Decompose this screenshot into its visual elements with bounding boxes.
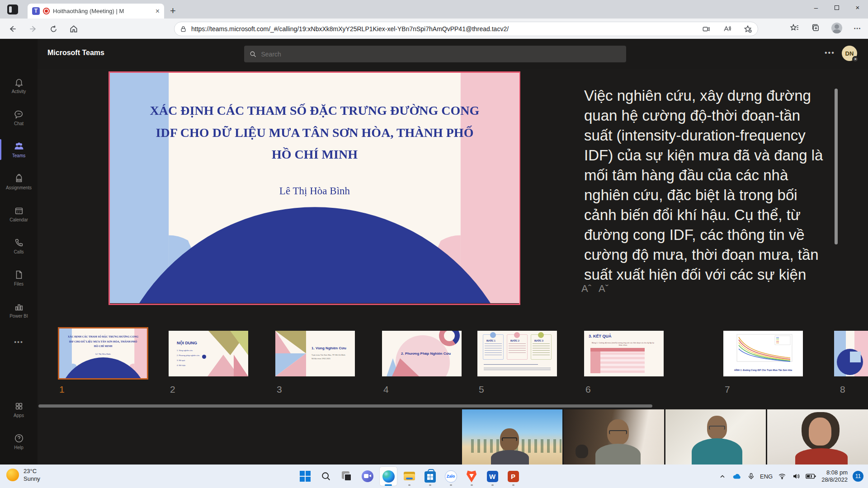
thumbnail-number: 8 bbox=[840, 384, 845, 395]
shared-slide[interactable]: XÁC ĐỊNH CÁC THAM SỐ ĐẶC TRƯNG ĐƯỜNG CON… bbox=[108, 71, 520, 305]
clock[interactable]: 8:08 pm 28/8/2022 bbox=[821, 469, 848, 483]
task-view-button[interactable] bbox=[338, 466, 356, 486]
sidebar-item-teams[interactable]: Teams bbox=[0, 136, 38, 163]
new-tab-button[interactable]: + bbox=[170, 5, 176, 17]
microphone-icon[interactable] bbox=[747, 472, 755, 481]
teams-more-icon[interactable]: ••• bbox=[825, 49, 835, 57]
battery-icon[interactable] bbox=[806, 472, 816, 480]
favorites-bar-icon[interactable] bbox=[790, 23, 799, 33]
caption-line: IDF) của sự kiện mưa đã và đang là bbox=[584, 145, 837, 165]
teams-search-bar[interactable] bbox=[244, 46, 626, 62]
sidebar-item-files[interactable]: Files bbox=[0, 265, 38, 291]
sidebar-item-powerbi[interactable]: Power BI bbox=[0, 297, 38, 323]
browser-toolbar: https://teams.microsoft.com/_#/calling/1… bbox=[0, 19, 868, 39]
brave-button[interactable] bbox=[462, 466, 481, 486]
participant-video-3[interactable] bbox=[665, 409, 766, 465]
thumb-title: 2. Phương Pháp Nghiên Cứu bbox=[401, 352, 451, 356]
sun-icon bbox=[6, 469, 19, 481]
teams-top-bar: Microsoft Teams ••• DN × bbox=[0, 39, 868, 69]
wifi-icon[interactable] bbox=[778, 472, 787, 480]
refresh-icon[interactable] bbox=[47, 23, 60, 35]
participant-video-1[interactable] bbox=[462, 409, 562, 465]
tab-close-icon[interactable]: × bbox=[156, 8, 160, 15]
word-button[interactable]: W bbox=[483, 466, 501, 486]
thumbnail-slide-6[interactable]: 3. KẾT QUẢ Bảng 1. Cường độ mưa (mm/h) t… bbox=[584, 331, 664, 376]
thumbnail-slide-8[interactable] bbox=[834, 331, 868, 376]
thumbnail-slide-1[interactable]: XÁC ĐỊNH CÁC THAM SỐ ĐẶC TRƯNG ĐƯỜNG CON… bbox=[58, 327, 148, 380]
close-button[interactable]: × bbox=[847, 0, 868, 15]
forward-icon[interactable] bbox=[27, 23, 39, 35]
tab-camera-icon[interactable] bbox=[702, 25, 711, 33]
system-tray: ENG 8:08 pm 28/8/2022 11 bbox=[718, 465, 863, 488]
file-explorer-button[interactable] bbox=[400, 466, 418, 486]
edge-button[interactable] bbox=[379, 466, 397, 486]
sidebar-item-help[interactable]: Help bbox=[0, 428, 38, 455]
zalo-button[interactable]: Zalo bbox=[442, 466, 460, 486]
filmstrip-scrollbar[interactable] bbox=[38, 404, 652, 408]
caption-scrollbar[interactable] bbox=[835, 89, 838, 244]
thumbnail-slide-2[interactable]: NỘI DUNG 1. Vùng nghiên cứu 2. Phương ph… bbox=[169, 331, 248, 376]
home-icon[interactable] bbox=[67, 23, 80, 35]
thumbnail-slide-7[interactable]: HÌNH 1. Đường Cong IDF Cho Trạm Mưa Tân … bbox=[723, 331, 803, 376]
sidebar-item-apps[interactable]: Apps bbox=[0, 396, 38, 422]
avatar-initials: DN bbox=[845, 50, 854, 57]
caption-line: suất xuất hiện đối với các sự kiện bbox=[584, 265, 837, 285]
favorite-add-icon[interactable] bbox=[743, 25, 752, 33]
taskbar-search-button[interactable] bbox=[317, 466, 335, 486]
teams-chat-button[interactable] bbox=[359, 466, 377, 486]
folder-icon bbox=[403, 470, 415, 482]
font-increase-button[interactable]: Aˆ bbox=[581, 283, 591, 295]
thumbnail-number: 6 bbox=[585, 384, 591, 395]
sidebar-item-assignments[interactable]: Assignments bbox=[0, 169, 38, 195]
caption-line: cảnh biến đổi khí hậu. Cụ thể, từ bbox=[584, 205, 837, 225]
sidebar-item-activity[interactable]: Activity bbox=[0, 72, 38, 99]
url-bar[interactable]: https://teams.microsoft.com/_#/calling/1… bbox=[174, 22, 758, 36]
backpack-icon bbox=[14, 174, 24, 183]
caption-line: mối tâm hàng đầu của các nhà bbox=[584, 165, 837, 185]
participant-video-4[interactable] bbox=[767, 409, 868, 465]
start-button[interactable] bbox=[296, 466, 314, 486]
browser-menu-icon[interactable]: ⋯ bbox=[854, 24, 862, 33]
back-icon[interactable] bbox=[6, 23, 19, 35]
maximize-button[interactable] bbox=[826, 0, 847, 15]
thumb-step: BƯỚC 3 bbox=[534, 339, 543, 342]
browser-profile-icon[interactable] bbox=[831, 23, 842, 33]
ms-store-button[interactable] bbox=[421, 466, 439, 486]
taskbar-apps: Zalo W P bbox=[296, 466, 522, 486]
store-icon bbox=[425, 471, 436, 483]
thumbnail-slide-4[interactable]: 2. Phương Pháp Nghiên Cứu bbox=[382, 331, 462, 376]
tray-chevron-up-icon[interactable] bbox=[718, 473, 726, 480]
browser-tab-active[interactable]: Hoithaothăng (Meeting) | M × bbox=[28, 4, 164, 19]
search-input[interactable] bbox=[261, 51, 621, 58]
search-icon bbox=[250, 51, 257, 58]
tab-workspaces-icon[interactable] bbox=[7, 5, 18, 14]
onedrive-icon[interactable] bbox=[731, 472, 742, 480]
participant-video-2[interactable] bbox=[564, 409, 664, 465]
sidebar-item-calls[interactable]: Calls bbox=[0, 233, 38, 259]
read-aloud-icon[interactable] bbox=[722, 25, 731, 33]
thumb-title: 3. KẾT QUẢ bbox=[589, 334, 612, 338]
collections-icon[interactable] bbox=[811, 23, 820, 33]
font-decrease-button[interactable]: Aˇ bbox=[599, 283, 609, 295]
search-icon bbox=[321, 471, 331, 481]
sidebar-item-chat[interactable]: Chat bbox=[0, 104, 38, 131]
caption-font-controls: Aˆ Aˇ bbox=[581, 283, 609, 295]
sidebar-item-calendar[interactable]: Calendar bbox=[0, 201, 38, 227]
thumbnail-slide-5[interactable]: BƯỚC 1 BƯỚC 2 BƯỚC 3 bbox=[477, 331, 557, 376]
calendar-icon bbox=[14, 206, 24, 216]
minimize-button[interactable]: – bbox=[806, 0, 826, 15]
user-avatar[interactable]: DN × bbox=[842, 46, 857, 61]
thumbnail-number: 5 bbox=[479, 384, 484, 395]
notification-badge[interactable]: 11 bbox=[853, 471, 863, 482]
thumbnail-slide-3[interactable]: 1. Vùng Nghiên Cứu Trạm mưa Tân Sơn Hòa,… bbox=[275, 331, 355, 376]
powerpoint-button[interactable]: P bbox=[504, 466, 522, 486]
powerpoint-icon: P bbox=[508, 471, 519, 482]
sidebar-item-more[interactable]: ••• bbox=[0, 329, 38, 355]
caption-line: nghiên cứu, đặc biệt là trong bối bbox=[584, 185, 837, 205]
thumb-table-caption: Bảng 1. Cường độ mưa (mm/h) tương ứng vớ… bbox=[591, 342, 655, 346]
language-indicator[interactable]: ENG bbox=[760, 473, 773, 480]
weather-widget[interactable]: 23°C Sunny bbox=[6, 467, 40, 483]
sidebar-label: Files bbox=[14, 282, 24, 286]
recording-icon bbox=[43, 8, 50, 14]
speaker-icon[interactable] bbox=[792, 472, 801, 480]
